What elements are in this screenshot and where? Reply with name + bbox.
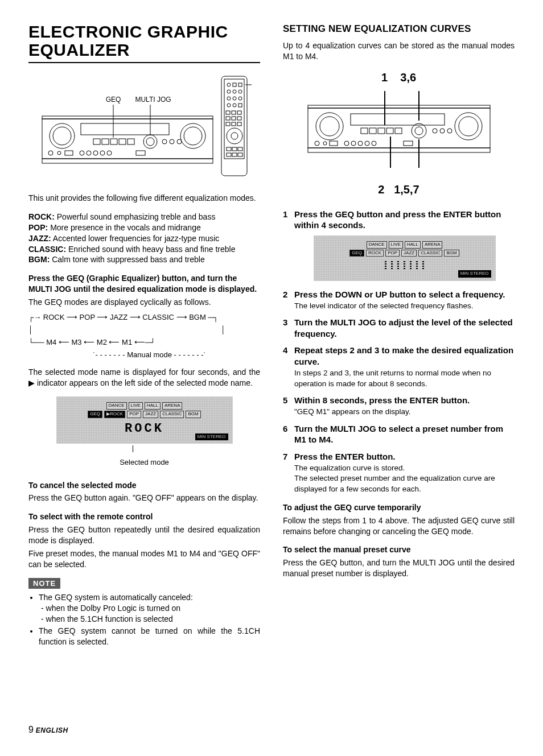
svg-rect-2 (42, 159, 213, 163)
svg-rect-57 (227, 153, 231, 156)
svg-point-52 (227, 128, 242, 144)
svg-rect-44 (232, 111, 236, 114)
svg-point-16 (170, 139, 174, 144)
svg-point-81 (315, 141, 319, 146)
svg-point-21 (80, 151, 84, 155)
svg-rect-48 (237, 117, 241, 120)
svg-point-19 (57, 151, 61, 155)
svg-rect-71 (361, 128, 368, 134)
svg-rect-8 (93, 139, 100, 144)
cycle-diagram: ┌→ ROCK ⟶ POP ⟶ JAZZ ⟶ CLASSIC ⟶ BGM ─┐ … (28, 311, 260, 361)
intro-text: This unit provides the following five di… (28, 193, 260, 204)
svg-rect-72 (369, 128, 376, 134)
svg-point-31 (227, 83, 231, 86)
svg-rect-33 (238, 83, 242, 86)
svg-point-6 (184, 127, 202, 145)
svg-rect-65 (308, 148, 490, 152)
step-2: Press the DOWN or UP button to select a … (283, 289, 515, 312)
svg-point-13 (143, 135, 157, 148)
step-7: Press the ENTER button. The equalization… (283, 451, 515, 494)
left-column: ELECTRONIC GRAPHIC EQUALIZER (28, 23, 260, 655)
svg-rect-70 (351, 114, 445, 125)
step-5: Within 8 seconds, press the ENTER button… (283, 395, 515, 418)
svg-rect-26 (136, 151, 145, 155)
svg-point-5 (180, 123, 205, 148)
svg-point-23 (93, 151, 98, 155)
svg-point-84 (344, 141, 349, 146)
svg-point-85 (351, 141, 356, 146)
svg-rect-7 (81, 123, 169, 135)
svg-point-86 (358, 141, 363, 146)
step-3: Turn the MULTI JOG to adjust the level o… (283, 317, 515, 339)
svg-point-39 (238, 97, 242, 100)
cancel-head: To cancel the selected mode (28, 481, 137, 490)
adj-body: Follow the steps from 1 to 4 above. The … (283, 515, 515, 537)
svg-rect-9 (102, 139, 109, 144)
sel-body: Press the GEQ button, and turn the MULTI… (283, 557, 515, 579)
note-label: NOTE (28, 578, 60, 589)
svg-point-67 (320, 117, 339, 136)
svg-point-82 (323, 142, 327, 145)
svg-point-4 (53, 127, 71, 145)
svg-rect-54 (227, 147, 231, 151)
svg-rect-73 (378, 128, 385, 134)
svg-rect-89 (404, 141, 413, 146)
svg-point-24 (100, 151, 105, 155)
svg-rect-20 (65, 151, 73, 155)
receiver-diagram-2 (283, 91, 515, 171)
svg-rect-10 (110, 139, 117, 144)
svg-point-3 (50, 123, 75, 148)
svg-rect-49 (226, 122, 230, 126)
svg-point-40 (227, 104, 231, 107)
remote-head: To select with the remote control (28, 512, 153, 521)
svg-point-78 (433, 129, 437, 133)
label-multijog: MULTI JOG (135, 96, 171, 104)
svg-point-76 (412, 123, 426, 138)
svg-point-88 (372, 141, 376, 146)
svg-rect-56 (238, 147, 242, 151)
selected-para: The selected mode name is displayed for … (28, 367, 260, 389)
svg-point-80 (447, 129, 452, 133)
svg-point-15 (162, 139, 167, 144)
svg-rect-46 (226, 117, 230, 120)
diag-top-labels: 1 3,6 (283, 70, 515, 85)
note-list: The GEQ system is automatically canceled… (28, 592, 260, 647)
svg-rect-64 (308, 105, 490, 108)
display-screenshot-1: DANCELIVEHALLARENA GEQ ▶ROCKPOPJAZZCLASS… (56, 396, 233, 444)
svg-point-38 (233, 97, 236, 100)
svg-point-14 (146, 138, 154, 146)
svg-point-87 (365, 141, 369, 146)
label-geq: GEQ (105, 96, 121, 104)
right-column: SETTING NEW EQUALIZATION CURVES Up to 4 … (283, 23, 515, 655)
step-1: Press the GEQ button and press the ENTER… (283, 209, 515, 281)
svg-rect-32 (233, 83, 236, 86)
page-footer: 9 ENGLISH (28, 724, 515, 736)
title-rule (28, 62, 260, 63)
display-screenshot-2: DANCELIVEHALLARENA GEQ ROCKPOPJAZZCLASSI… (314, 236, 496, 281)
step-6: Turn the MULTI JOG to select a preset nu… (283, 423, 515, 445)
svg-rect-51 (237, 122, 241, 126)
svg-point-22 (87, 151, 91, 155)
svg-rect-45 (237, 111, 241, 114)
svg-rect-58 (232, 153, 237, 156)
svg-rect-59 (238, 153, 242, 156)
svg-point-34 (227, 90, 231, 93)
instruction-after: The GEQ modes are displayed cyclically a… (28, 297, 260, 308)
svg-point-37 (227, 97, 231, 100)
svg-rect-55 (232, 147, 237, 151)
adj-head: To adjust the GEQ curve temporarily (283, 503, 421, 512)
remote-body2: Five preset modes, the manual modes M1 t… (28, 548, 260, 570)
svg-point-77 (415, 127, 423, 135)
remote-body1: Press the GEQ button repeatedly until th… (28, 524, 260, 546)
svg-point-69 (459, 117, 478, 136)
svg-rect-12 (127, 139, 134, 144)
svg-rect-42 (238, 104, 242, 107)
svg-point-35 (233, 90, 236, 93)
instruction-bold: Press the GEQ (Graphic Equalizer) button… (28, 274, 257, 294)
svg-rect-50 (232, 122, 236, 126)
svg-rect-43 (226, 111, 230, 114)
svg-point-53 (231, 133, 238, 139)
svg-rect-47 (232, 117, 236, 120)
svg-rect-11 (119, 139, 126, 144)
selected-caption: Selected mode (28, 447, 260, 467)
